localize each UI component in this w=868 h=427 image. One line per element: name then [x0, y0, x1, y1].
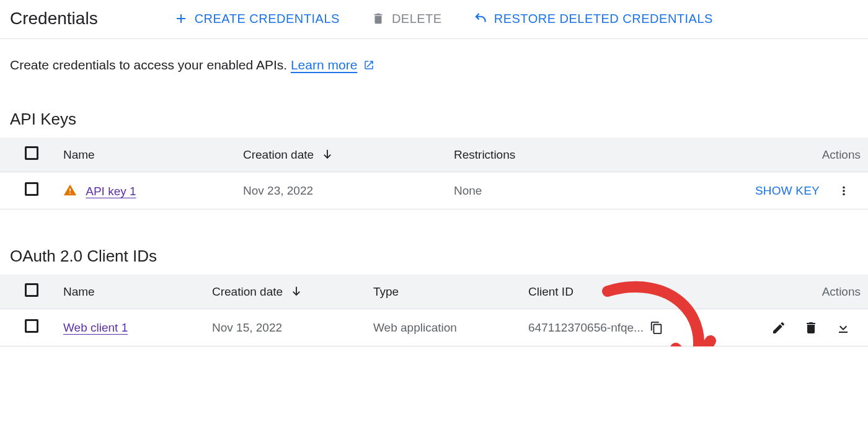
oauth-table: Name Creation date Type Client ID Action… — [0, 275, 868, 346]
col-actions: Actions — [738, 275, 868, 309]
row-checkbox[interactable] — [25, 182, 38, 196]
info-strip: Create credentials to access your enable… — [0, 39, 868, 73]
checkbox-icon — [25, 283, 38, 297]
col-restrictions[interactable]: Restrictions — [446, 138, 694, 172]
sort-desc-icon — [290, 284, 303, 298]
api-key-name-link[interactable]: API key 1 — [86, 185, 136, 198]
col-creation-date[interactable]: Creation date — [236, 138, 446, 172]
learn-more-link[interactable]: Learn more — [291, 58, 357, 72]
oauth-type: Web application — [366, 309, 521, 346]
undo-icon — [472, 10, 489, 27]
oauth-section-title: OAuth 2.0 Client IDs — [0, 209, 868, 275]
oauth-client-id: 647112370656-nfqe... — [528, 321, 644, 335]
sort-desc-icon — [321, 147, 334, 161]
delete-button[interactable]: DELETE — [365, 7, 447, 30]
select-all-header[interactable] — [0, 275, 56, 309]
api-key-restrictions: None — [446, 172, 694, 209]
copy-icon[interactable] — [650, 321, 663, 335]
checkbox-icon — [25, 146, 38, 160]
col-client-id[interactable]: Client ID — [521, 275, 738, 309]
trash-icon[interactable] — [804, 320, 818, 335]
create-credentials-label: CREATE CREDENTIALS — [195, 12, 340, 26]
col-creation-label: Creation date — [212, 285, 283, 298]
col-name[interactable]: Name — [56, 138, 236, 172]
more-vert-icon[interactable] — [837, 184, 851, 198]
download-icon[interactable] — [836, 320, 851, 335]
warning-icon — [63, 183, 77, 197]
table-row: Web client 1 Nov 15, 2022 Web applicatio… — [0, 309, 868, 346]
api-keys-table: Name Creation date Restrictions Actions … — [0, 138, 868, 209]
show-key-button[interactable]: SHOW KEY — [755, 184, 820, 198]
oauth-creation-date: Nov 15, 2022 — [205, 309, 366, 346]
delete-label: DELETE — [392, 12, 442, 26]
col-type[interactable]: Type — [366, 275, 521, 309]
row-checkbox[interactable] — [25, 319, 38, 333]
api-key-creation-date: Nov 23, 2022 — [236, 172, 446, 209]
api-keys-section-title: API Keys — [0, 73, 868, 138]
col-actions: Actions — [694, 138, 868, 172]
external-link-icon — [363, 59, 374, 71]
plus-icon — [172, 10, 190, 27]
col-creation-date[interactable]: Creation date — [205, 275, 366, 309]
col-name[interactable]: Name — [56, 275, 205, 309]
oauth-client-name-link[interactable]: Web client 1 — [63, 321, 128, 334]
col-creation-label: Creation date — [243, 148, 314, 161]
trash-icon — [370, 10, 387, 27]
restore-label: RESTORE DELETED CREDENTIALS — [494, 12, 713, 26]
top-toolbar: Credentials CREATE CREDENTIALS DELETE RE… — [0, 0, 868, 39]
info-text: Create credentials to access your enable… — [10, 58, 291, 72]
edit-icon[interactable] — [771, 320, 786, 335]
page-title: Credentials — [10, 9, 98, 29]
table-row: API key 1 Nov 23, 2022 None SHOW KEY — [0, 172, 868, 209]
restore-deleted-button[interactable]: RESTORE DELETED CREDENTIALS — [467, 7, 718, 30]
select-all-header[interactable] — [0, 138, 56, 172]
create-credentials-button[interactable]: CREATE CREDENTIALS — [167, 7, 345, 30]
